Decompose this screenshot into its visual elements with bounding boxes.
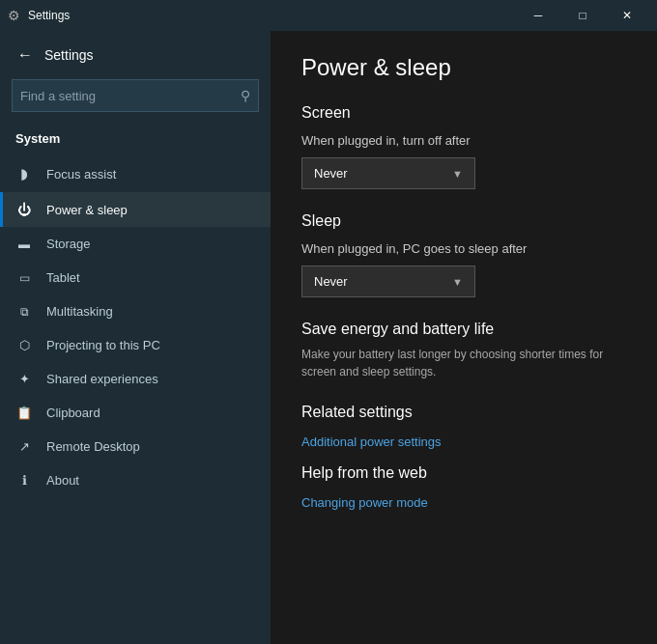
sidebar-item-focus-assist[interactable]: ◗ Focus assist [0, 155, 271, 192]
projecting-icon: ⬡ [15, 338, 33, 352]
search-box[interactable]: ⚲ [12, 79, 259, 112]
screen-dropdown[interactable]: Never ▼ [301, 157, 475, 189]
sidebar-item-storage[interactable]: ▬ Storage [0, 227, 271, 261]
screen-label: When plugged in, turn off after [301, 133, 626, 148]
settings-icon: ⚙ [8, 8, 20, 23]
sleep-dropdown[interactable]: Never ▼ [301, 266, 475, 297]
promo-section: Save energy and battery life Make your b… [301, 321, 626, 380]
sidebar-item-label: Remote Desktop [46, 439, 140, 454]
related-settings-section: Related settings Additional power settin… [301, 404, 626, 449]
page-title: Power & sleep [301, 54, 626, 81]
sidebar-item-label: Tablet [46, 270, 80, 285]
main-layout: ← Settings ⚲ System ◗ Focus assist ⏻ Pow… [0, 31, 657, 644]
title-bar-left: ⚙ Settings [8, 8, 516, 23]
maximize-button[interactable]: □ [560, 0, 605, 31]
multitasking-icon: ⧉ [15, 305, 33, 319]
sidebar-item-label: Clipboard [46, 406, 100, 420]
sidebar-item-about[interactable]: ℹ About [0, 463, 271, 497]
sidebar-item-shared-experiences[interactable]: ✦ Shared experiences [0, 362, 271, 396]
sidebar-item-label: Projecting to this PC [46, 338, 160, 352]
search-input[interactable] [20, 89, 241, 103]
sidebar-item-power-sleep[interactable]: ⏻ Power & sleep [0, 192, 271, 227]
sidebar-item-label: Power & sleep [46, 203, 128, 217]
title-bar: ⚙ Settings ─ □ ✕ [0, 0, 657, 31]
sidebar-header: ← Settings [0, 31, 271, 79]
screen-dropdown-arrow: ▼ [452, 168, 463, 180]
help-web-section: Help from the web Changing power mode [301, 464, 626, 510]
sidebar-section-title: System [0, 124, 271, 155]
related-settings-heading: Related settings [301, 404, 626, 421]
content-area: Power & sleep Screen When plugged in, tu… [271, 31, 657, 644]
sidebar-item-remote-desktop[interactable]: ↗ Remote Desktop [0, 430, 271, 463]
clipboard-icon: 📋 [15, 406, 33, 420]
shared-experiences-icon: ✦ [15, 372, 33, 386]
sleep-dropdown-arrow: ▼ [452, 276, 463, 288]
sidebar-item-clipboard[interactable]: 📋 Clipboard [0, 396, 271, 430]
title-bar-controls: ─ □ ✕ [516, 0, 649, 31]
sidebar-item-tablet[interactable]: ▭ Tablet [0, 261, 271, 294]
back-button[interactable]: ← [15, 44, 35, 66]
close-button[interactable]: ✕ [605, 0, 649, 31]
search-icon: ⚲ [241, 88, 250, 103]
promo-description: Make your battery last longer by choosin… [301, 346, 626, 380]
about-icon: ℹ [15, 473, 33, 488]
sidebar-item-label: About [46, 473, 79, 488]
sidebar-item-label: Storage [46, 237, 91, 251]
sidebar-item-label: Focus assist [46, 167, 116, 182]
sidebar-item-label: Multitasking [46, 304, 113, 319]
additional-power-settings-link[interactable]: Additional power settings [301, 434, 626, 449]
storage-icon: ▬ [15, 238, 33, 251]
screen-dropdown-value: Never [314, 166, 348, 181]
focus-assist-icon: ◗ [15, 165, 33, 182]
sleep-dropdown-value: Never [314, 274, 348, 289]
power-sleep-icon: ⏻ [15, 202, 33, 217]
sleep-label: When plugged in, PC goes to sleep after [301, 241, 626, 256]
promo-title: Save energy and battery life [301, 321, 626, 338]
sidebar-item-projecting[interactable]: ⬡ Projecting to this PC [0, 328, 271, 362]
sleep-heading: Sleep [301, 212, 626, 230]
minimize-button[interactable]: ─ [516, 0, 560, 31]
sidebar-item-label: Shared experiences [46, 372, 158, 386]
sidebar-item-multitasking[interactable]: ⧉ Multitasking [0, 294, 271, 328]
sidebar-app-title: Settings [44, 47, 94, 63]
remote-desktop-icon: ↗ [15, 439, 33, 454]
changing-power-mode-link[interactable]: Changing power mode [301, 495, 626, 510]
tablet-icon: ▭ [15, 271, 33, 285]
help-web-heading: Help from the web [301, 464, 626, 482]
screen-heading: Screen [301, 104, 626, 122]
title-bar-title: Settings [28, 9, 70, 22]
sidebar: ← Settings ⚲ System ◗ Focus assist ⏻ Pow… [0, 31, 271, 644]
